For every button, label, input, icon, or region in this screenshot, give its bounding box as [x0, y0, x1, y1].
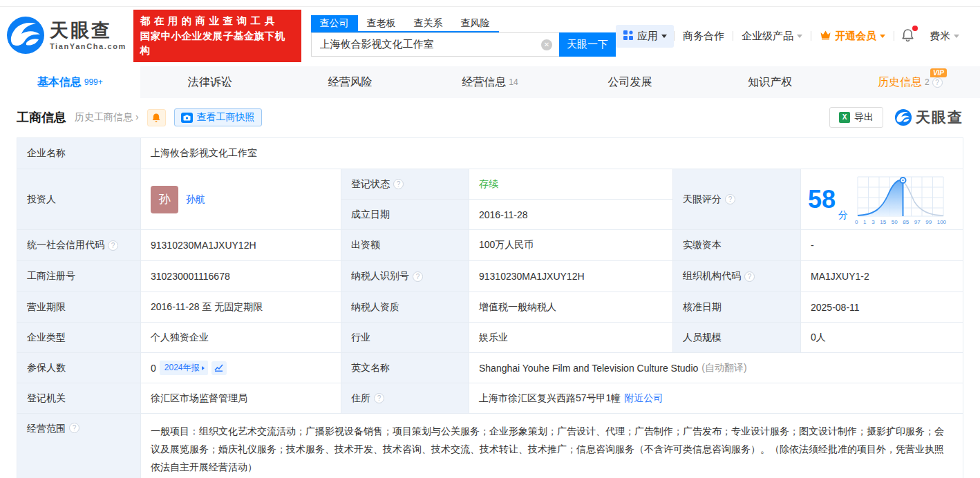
tianyancha-logo[interactable]: 天眼查 TianYanCha.com: [6, 15, 126, 57]
investor-name-link[interactable]: 孙航: [186, 193, 205, 206]
english-name-value: Shanghai Youhe Film and Television Cultu…: [469, 353, 963, 383]
approval-date-value: 2025-08-11: [801, 292, 963, 323]
snapshot-label: 查看工商快照: [197, 111, 255, 124]
company-type-value: 个人独资企业: [141, 323, 341, 353]
apps-menu[interactable]: 应用: [616, 25, 674, 48]
tab-label: 知识产权: [748, 75, 792, 90]
search-box: ✕: [311, 32, 559, 57]
help-icon[interactable]: ?: [374, 393, 384, 403]
company-name-label: 企业名称: [17, 138, 141, 169]
auto-translate-note: (自动翻译): [701, 362, 746, 374]
apps-label: 应用: [637, 30, 658, 43]
term-label: 营业期限: [17, 292, 141, 323]
company-name-value: 上海攸合影视文化工作室: [141, 138, 963, 169]
staff-size-value: 0人: [801, 323, 963, 353]
enterprise-menu[interactable]: 企业级产品: [733, 30, 811, 43]
tab-badge: 14: [509, 77, 518, 87]
tab-label: 历史信息: [878, 75, 922, 90]
vip-badge: VIP: [930, 68, 947, 77]
camera-icon: [181, 113, 193, 123]
tab-history-info[interactable]: VIP 历史信息 2 ?: [840, 66, 980, 98]
insured-value: 0 2024年报: [141, 353, 341, 383]
score-axis-ticks: 01 315 5085 9799 100: [855, 219, 946, 225]
search-tabs: 查公司 查老板 查关系 查风险: [311, 15, 499, 32]
taxid-value: 91310230MA1JXUY12H: [469, 261, 673, 292]
logo-domain: TianYanCha.com: [50, 43, 126, 50]
section-title: 工商信息: [17, 109, 66, 126]
score-label: 天眼评分?: [673, 169, 801, 230]
uscc-value: 91310230MA1JXUY12H: [141, 230, 341, 261]
tianyancha-logo-icon: [6, 15, 46, 57]
tab-label: 经营风险: [328, 75, 372, 90]
authority-label: 登记机关: [17, 383, 141, 414]
search-button[interactable]: 天眼一下: [559, 32, 616, 57]
chevron-down-icon: [661, 35, 667, 38]
regno-label: 工商注册号: [17, 261, 141, 292]
score-distribution-chart: 01 315 5085 9799 100: [855, 174, 946, 225]
slogan-line2: 国家中小企业发展子基金旗下机构: [140, 29, 294, 58]
uscc-label: 统一社会信用代码?: [17, 230, 141, 261]
search-tab-risk[interactable]: 查风险: [452, 15, 499, 31]
establish-date-value: 2016-11-28: [469, 200, 673, 230]
tab-legal[interactable]: 法律诉讼: [140, 66, 281, 98]
industry-value: 娱乐业: [469, 323, 673, 353]
tab-intellectual-property[interactable]: 知识产权: [700, 66, 840, 98]
search-tab-company[interactable]: 查公司: [311, 15, 358, 31]
search-tab-boss[interactable]: 查老板: [358, 15, 405, 31]
tab-basic-info[interactable]: 基本信息 999+: [0, 66, 140, 98]
snapshot-button[interactable]: 查看工商快照: [174, 108, 262, 126]
score-value[interactable]: 58 分: [801, 169, 963, 230]
chevron-down-icon: [954, 35, 959, 38]
trend-chart-button[interactable]: [211, 361, 227, 375]
investor-value: 孙 孙航: [141, 169, 341, 230]
help-icon[interactable]: ?: [932, 77, 943, 88]
search-tab-relation[interactable]: 查关系: [405, 15, 452, 31]
industry-label: 行业: [341, 323, 469, 353]
help-icon[interactable]: ?: [744, 271, 755, 282]
company-type-label: 企业类型: [17, 323, 141, 353]
header-nav: 应用 商务合作 企业级产品 开通会员: [616, 25, 968, 48]
help-icon[interactable]: ?: [413, 271, 423, 282]
help-icon[interactable]: ?: [69, 423, 79, 433]
tab-label: 经营信息: [462, 75, 506, 90]
tab-company-development[interactable]: 公司发展: [560, 66, 700, 98]
help-icon[interactable]: ?: [393, 179, 404, 189]
chevron-down-icon: [880, 35, 885, 38]
top-strip: [0, 0, 980, 7]
annual-report-link[interactable]: 2024年报: [160, 361, 208, 375]
user-menu[interactable]: 费米: [921, 30, 968, 43]
investor-label: 投资人: [17, 169, 141, 230]
search-input[interactable]: [312, 39, 541, 50]
regno-value: 310230001116678: [141, 261, 341, 292]
vip-menu[interactable]: 开通会员: [811, 30, 894, 43]
export-button[interactable]: X 导出: [829, 107, 883, 128]
history-business-info-link[interactable]: 历史工商信息 ›: [75, 111, 139, 124]
capital-label: 出资额: [341, 230, 469, 261]
help-icon[interactable]: ?: [108, 240, 118, 251]
tab-badge: 999+: [84, 77, 103, 87]
cooperation-label: 商务合作: [683, 30, 724, 43]
tab-label: 基本信息: [37, 75, 82, 90]
tab-operation-risk[interactable]: 经营风险: [280, 66, 420, 98]
help-icon[interactable]: ?: [725, 194, 735, 204]
company-tabs: 基本信息 999+ 法律诉讼 经营风险 经营信息 14 公司发展 知识产权 VI…: [0, 66, 980, 98]
business-scope-label: 经营范围?: [17, 414, 141, 478]
cooperation-link[interactable]: 商务合作: [675, 30, 733, 43]
enterprise-label: 企业级产品: [742, 30, 793, 43]
clear-icon[interactable]: ✕: [541, 39, 552, 50]
nearby-companies-link[interactable]: 附近公司: [624, 392, 663, 405]
investor-avatar[interactable]: 孙: [151, 186, 178, 213]
paidin-value: -: [801, 230, 963, 261]
watermark-logo: 天眼查: [894, 108, 963, 127]
tab-business-info[interactable]: 经营信息 14: [420, 66, 560, 98]
export-label: 导出: [854, 111, 874, 124]
subscribe-bell-button[interactable]: [147, 109, 166, 126]
tab-label: 公司发展: [608, 75, 652, 90]
orgcode-label: 组织机构代码?: [673, 261, 801, 292]
logo-title: 天眼查: [50, 21, 126, 40]
notifications-button[interactable]: [894, 28, 921, 44]
vip-label: 开通会员: [835, 30, 876, 43]
orgcode-value: MA1JXUY1-2: [801, 261, 963, 292]
watermark-logo-text: 天眼查: [916, 108, 963, 127]
excel-icon: X: [839, 112, 850, 123]
